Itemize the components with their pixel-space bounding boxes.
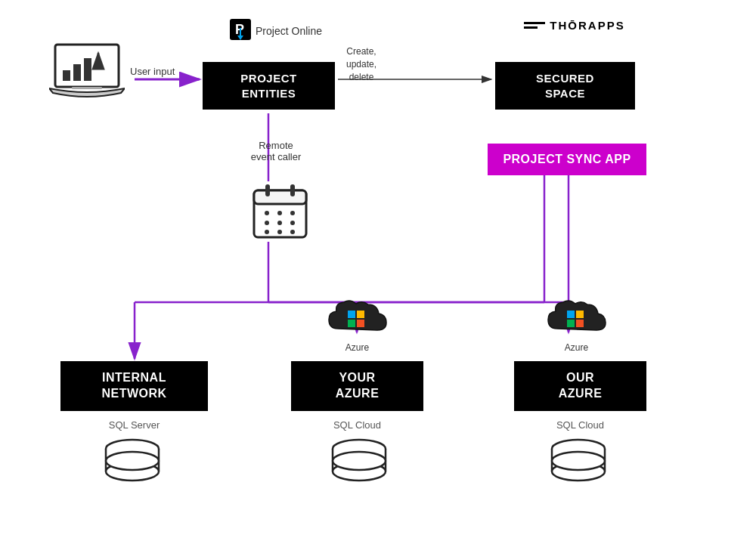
- svg-point-30: [277, 211, 282, 215]
- azure-our-label: Azure: [533, 342, 620, 353]
- svg-point-32: [265, 221, 269, 225]
- remote-event-caller-label: Remote event caller: [231, 140, 321, 162]
- user-input-label: User input: [130, 66, 175, 77]
- svg-rect-26: [254, 190, 306, 204]
- sql-cloud-1-label: SQL Cloud: [291, 419, 423, 431]
- thorapps-bars: [524, 22, 545, 29]
- your-azure-line2: AZURE: [336, 386, 380, 402]
- svg-rect-38: [348, 311, 355, 318]
- azure-your-label: Azure: [314, 342, 401, 353]
- secured-space-line2: SPACE: [545, 86, 585, 101]
- database-icon-our-azure: [533, 438, 624, 494]
- azure-cloud-our-icon: [547, 298, 607, 338]
- remote-event-caller-text: Remote event caller: [231, 140, 321, 162]
- svg-rect-42: [567, 311, 575, 318]
- svg-rect-20: [72, 87, 102, 89]
- crud-line2: update,: [346, 58, 376, 71]
- azure-cloud-your-icon: [327, 298, 388, 338]
- database-icon-internal: [87, 438, 178, 494]
- internal-network-line1: INTERNAL: [102, 370, 166, 386]
- svg-rect-16: [63, 70, 70, 81]
- svg-point-34: [290, 221, 295, 225]
- calendar-icon: [252, 181, 308, 242]
- thorapps-logo: THŌRAPPS: [499, 19, 650, 32]
- svg-point-37: [290, 230, 295, 234]
- our-azure-line1: OUR: [566, 370, 594, 386]
- svg-point-35: [265, 230, 269, 234]
- svg-point-57: [333, 452, 386, 470]
- azure-cloud-your: Azure: [314, 298, 401, 353]
- svg-rect-17: [73, 64, 81, 81]
- crud-label: Create, update, delete: [346, 45, 376, 83]
- thorapps-name: THŌRAPPS: [550, 19, 624, 32]
- project-entities-line1: PROJECT: [240, 71, 296, 86]
- svg-rect-27: [265, 184, 270, 196]
- svg-point-33: [277, 221, 282, 225]
- secured-space-box: SECURED SPACE: [495, 62, 635, 110]
- project-entities-line2: ENTITIES: [242, 86, 296, 101]
- svg-point-31: [290, 211, 295, 215]
- secured-space-line1: SECURED: [536, 71, 594, 86]
- our-azure-line2: AZURE: [559, 386, 603, 402]
- database-icon-your-azure: [314, 438, 404, 494]
- internal-network-line2: NETWORK: [101, 386, 166, 402]
- project-online-area: P Project Online: [215, 19, 336, 49]
- project-entities-box: PROJECT ENTITIES: [203, 62, 335, 110]
- your-azure-box: YOUR AZURE: [291, 361, 423, 411]
- svg-point-29: [265, 211, 269, 215]
- calendar-icon-area: [246, 181, 314, 245]
- svg-rect-44: [567, 320, 575, 327]
- sql-cloud-1-text: SQL Cloud: [333, 419, 381, 431]
- svg-rect-43: [576, 311, 584, 318]
- project-sync-app-box: PROJECT SYNC APP: [488, 144, 646, 175]
- crud-line1: Create,: [346, 45, 376, 58]
- svg-point-51: [106, 452, 159, 470]
- internal-network-box: INTERNAL NETWORK: [60, 361, 208, 411]
- sql-cloud-2-label: SQL Cloud: [514, 419, 646, 431]
- sql-server-text: SQL Server: [109, 419, 160, 431]
- svg-rect-18: [84, 58, 91, 81]
- crud-line3: delete: [346, 71, 376, 84]
- project-online-label: Project Online: [256, 25, 322, 37]
- svg-rect-45: [576, 320, 584, 327]
- project-icon: P: [230, 19, 251, 43]
- user-input-text: User input: [130, 66, 175, 77]
- laptop-icon: [45, 42, 129, 105]
- our-azure-box: OUR AZURE: [514, 361, 646, 411]
- svg-rect-40: [348, 320, 355, 327]
- svg-rect-39: [357, 311, 364, 318]
- project-online-header: P Project Online: [215, 19, 336, 43]
- sql-cloud-2-text: SQL Cloud: [556, 419, 604, 431]
- project-sync-app-label: PROJECT SYNC APP: [503, 153, 631, 166]
- your-azure-line1: YOUR: [339, 370, 375, 386]
- architecture-diagram: User input P Project Online PROJECT ENTI…: [0, 0, 756, 544]
- sql-server-label: SQL Server: [60, 419, 208, 431]
- svg-point-63: [552, 452, 605, 470]
- svg-rect-41: [357, 320, 364, 327]
- azure-cloud-our: Azure: [533, 298, 620, 353]
- svg-point-36: [277, 230, 282, 234]
- thorapps-area: THŌRAPPS: [499, 19, 650, 38]
- svg-rect-28: [290, 184, 295, 196]
